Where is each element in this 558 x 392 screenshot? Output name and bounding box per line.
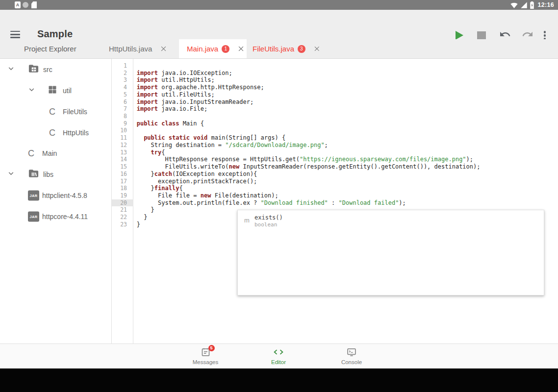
line-number: 14 xyxy=(112,156,133,163)
page-title: Sample xyxy=(37,28,73,40)
tree-item-label: util xyxy=(63,87,72,95)
code-line: try{ xyxy=(137,149,481,156)
line-number: 5 xyxy=(112,91,133,98)
tree-item-main[interactable]: CMain xyxy=(0,143,112,164)
tree-item-label: FileUtils xyxy=(63,108,87,116)
code-line: FileUtils.writeTo(new InputStreamReader(… xyxy=(137,163,481,171)
close-icon[interactable] xyxy=(313,45,321,52)
tree-item-httpclient-4-5-8[interactable]: JARhttpclient-4.5.8 xyxy=(0,185,112,206)
tree-item-label: libs xyxy=(43,171,53,178)
tab-label: Main.java xyxy=(187,45,218,53)
code-line: HttpResponse response = HttpUtils.get("h… xyxy=(137,156,481,163)
autocomplete-item[interactable]: mexists()boolean xyxy=(238,210,544,230)
code-line: import util.FileUtils; xyxy=(137,91,481,98)
nav-item-messages[interactable]: 5Messages xyxy=(186,344,225,369)
completion-name: exists() xyxy=(254,214,283,221)
chevron-down-icon[interactable] xyxy=(7,65,15,73)
line-number: 13 xyxy=(112,149,133,156)
code-line xyxy=(137,113,481,120)
tree-item-fileutils[interactable]: CFileUtils xyxy=(0,101,112,122)
tree-item-label: httpcore-4.4.11 xyxy=(42,213,88,220)
code-line: import util.HttpUtils; xyxy=(137,76,481,84)
app-notification-icon: A xyxy=(15,1,21,8)
tab-label: FileUtils.java xyxy=(253,45,294,53)
tab-fileutils-java[interactable]: FileUtils.java3 xyxy=(247,39,320,58)
class-icon: C xyxy=(28,148,34,158)
tab-badge: 1 xyxy=(222,45,229,53)
code-line: import java.io.IOException; xyxy=(137,70,481,77)
tab-main-java[interactable]: Main.java1 xyxy=(179,39,247,58)
android-nav-bar xyxy=(0,368,558,392)
close-icon[interactable] xyxy=(160,45,167,52)
tab-label: HttpUtils.java xyxy=(109,45,152,53)
sim-card-icon xyxy=(31,1,37,8)
jar-icon: JAR xyxy=(28,191,39,201)
tree-item-label: src xyxy=(43,66,52,74)
code-line: import java.io.File; xyxy=(137,105,481,113)
line-number: 15 xyxy=(112,163,133,171)
line-number: 22 xyxy=(112,214,133,221)
tab-httputils-java[interactable]: HttpUtils.java xyxy=(98,39,179,58)
play-icon[interactable] xyxy=(456,31,463,40)
code-icon xyxy=(273,347,284,357)
completion-return-type: boolean xyxy=(254,221,277,228)
tree-item-httpcore-4-4-11[interactable]: JARhttpcore-4.4.11 xyxy=(0,206,112,227)
line-number: 23 xyxy=(112,221,133,228)
line-number: 19 xyxy=(112,192,133,199)
clock: 12:16 xyxy=(538,1,554,8)
jar-icon: JAR xyxy=(28,211,39,221)
code-line: import org.apache.http.HttpResponse; xyxy=(137,84,481,91)
line-number: 18 xyxy=(112,185,133,192)
notification-badge: 5 xyxy=(208,345,215,351)
line-number: 12 xyxy=(112,142,133,149)
library-folder-icon xyxy=(28,168,39,179)
code-line: String destination = "/sdcard/Download/i… xyxy=(137,142,481,149)
nav-item-console[interactable]: Console xyxy=(332,344,371,369)
nav-item-editor[interactable]: Editor xyxy=(259,344,298,369)
notification-dot-icon xyxy=(23,2,28,8)
line-number: 7 xyxy=(112,105,133,113)
redo-icon[interactable] xyxy=(521,30,534,39)
tree-item-httputils[interactable]: CHttpUtils xyxy=(0,122,112,143)
folder-icon xyxy=(28,63,39,74)
cell-signal-icon xyxy=(520,1,528,9)
line-number: 6 xyxy=(112,98,133,106)
android-status-bar: A 12:16 xyxy=(0,0,558,10)
tree-item-src[interactable]: src xyxy=(0,59,112,80)
project-explorer-tab[interactable]: Project Explorer xyxy=(24,39,76,58)
tree-item-label: httpclient-4.5.8 xyxy=(42,192,87,199)
line-number: 10 xyxy=(112,127,133,134)
code-line: File file = new File(destination); xyxy=(137,192,481,199)
tree-item-util[interactable]: util xyxy=(0,80,112,101)
line-number: 16 xyxy=(112,171,133,178)
tree-item-label: HttpUtils xyxy=(63,129,89,137)
line-number-gutter: 1234567891011121314151617181920212223 xyxy=(112,59,133,343)
tree-item-libs[interactable]: libs xyxy=(0,164,112,185)
package-icon xyxy=(48,85,57,95)
line-number: 1 xyxy=(112,62,133,70)
line-number: 11 xyxy=(112,134,133,142)
code-line: public class Main { xyxy=(137,120,481,127)
line-number: 20 xyxy=(112,199,133,207)
undo-icon[interactable] xyxy=(499,30,511,39)
chevron-down-icon[interactable] xyxy=(27,85,36,94)
nav-item-label: Messages xyxy=(186,359,225,365)
menu-icon[interactable] xyxy=(10,31,20,38)
line-number: 21 xyxy=(112,206,133,214)
code-line: import java.io.InputStreamReader; xyxy=(137,98,481,106)
tree-item-label: Main xyxy=(42,149,57,157)
line-number: 3 xyxy=(112,76,133,84)
class-icon: C xyxy=(49,106,55,116)
battery-charging-icon xyxy=(530,1,534,9)
line-number: 17 xyxy=(112,178,133,185)
console-icon xyxy=(346,347,357,357)
code-editor[interactable]: import java.io.IOException;import util.H… xyxy=(133,59,558,343)
code-line: public static void main(String[] args) { xyxy=(137,134,481,142)
code-line: }catch(IOException exception){ xyxy=(137,171,481,178)
chevron-down-icon[interactable] xyxy=(7,170,15,178)
close-icon[interactable] xyxy=(237,45,245,52)
nav-item-label: Console xyxy=(332,359,371,365)
code-line xyxy=(137,62,481,70)
project-tree: srcutilCFileUtilsCHttpUtilsCMainlibsJARh… xyxy=(0,59,112,343)
wifi-icon xyxy=(510,1,518,9)
